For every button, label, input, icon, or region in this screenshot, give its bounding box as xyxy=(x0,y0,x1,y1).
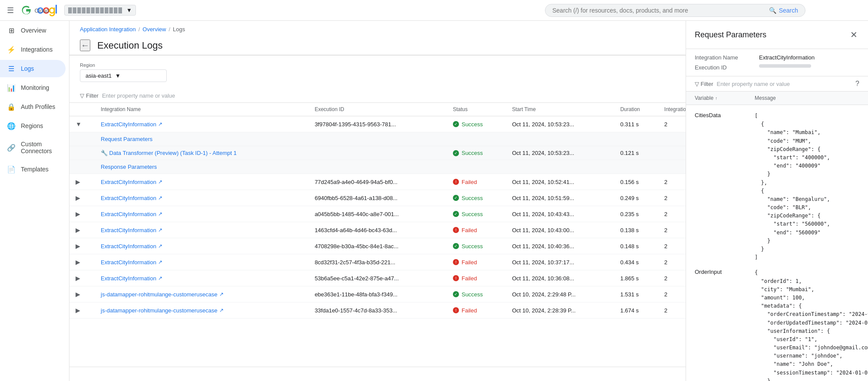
status-badge: !Failed xyxy=(453,307,502,314)
expand-row-button[interactable]: ▶ xyxy=(75,194,81,202)
right-panel-title: Request Parameters xyxy=(695,30,766,39)
search-button[interactable]: 🔍 Search xyxy=(769,7,798,14)
sidebar-item-auth-profiles[interactable]: 🔒 Auth Profiles xyxy=(0,98,66,115)
duration: 1.674 s xyxy=(620,307,639,314)
variable-message: [ { "name": "Mumbai", "code": "MUM", "zi… xyxy=(755,112,859,262)
sidebar-item-label: Logs xyxy=(21,65,34,72)
integration-name-link[interactable]: ExtractCityInformation ↗ xyxy=(101,211,304,217)
expand-row-button[interactable]: ▶ xyxy=(75,274,81,282)
expand-row-button[interactable]: ▶ xyxy=(75,258,81,266)
variable-message: { "orderId": 1, "city": "Mumbai", "amoun… xyxy=(755,269,868,381)
expand-row-button[interactable]: ▶ xyxy=(75,210,81,218)
search-icon: 🔍 xyxy=(769,7,776,14)
menu-icon[interactable]: ☰ xyxy=(5,4,16,17)
sidebar: ⊞ Overview ⚡ Integrations ☰ Logs 📊 Monit… xyxy=(0,21,69,381)
panel-filter-input[interactable] xyxy=(717,81,852,87)
integration-version: 2 xyxy=(664,211,667,217)
regions-icon: 🌐 xyxy=(7,122,16,130)
panel-content: CitiesData [ { "name": "Mumbai", "code":… xyxy=(686,105,868,381)
success-icon: ✓ xyxy=(453,150,459,156)
integration-version: 2 xyxy=(664,243,667,250)
failed-icon: ! xyxy=(453,275,459,281)
integration-name-link[interactable]: ExtractCityInformation ↗ xyxy=(101,243,304,250)
execution-id-bar xyxy=(759,64,811,68)
execution-id: 1463cfd4-a64b-4d46-bc43-63d... xyxy=(315,227,397,233)
back-button[interactable]: ← xyxy=(80,39,90,51)
success-icon: ✓ xyxy=(453,195,459,201)
sidebar-item-logs[interactable]: ☰ Logs xyxy=(0,60,66,77)
start-time: Oct 11, 2024, 10:37:17... xyxy=(512,259,574,266)
col-variable-header: Variable ↑ xyxy=(695,95,751,101)
sidebar-item-templates[interactable]: 📄 Templates xyxy=(0,161,66,178)
expand-row-button[interactable]: ▼ xyxy=(75,120,83,128)
search-input[interactable] xyxy=(552,7,766,14)
start-time: Oct 11, 2024, 10:43:43... xyxy=(512,211,574,217)
integration-name-link[interactable]: js-datamapper-rohitmulange-customeruseca… xyxy=(101,307,304,314)
link-icon: ↗ xyxy=(158,259,162,265)
start-time: Oct 10, 2024, 2:29:48 P... xyxy=(512,291,575,298)
integration-name-link[interactable]: ExtractCityInformation ↗ xyxy=(101,179,304,185)
integration-name-link[interactable]: ExtractCityInformation ↗ xyxy=(101,121,304,128)
link-icon: ↗ xyxy=(158,121,162,127)
execution-id: 53b6a5ee-c5a1-42e2-875e-a47... xyxy=(315,275,399,282)
execution-id: 6940fbb5-6528-4a61-a138-d08... xyxy=(315,195,398,201)
integration-name-label: Integration Name xyxy=(695,54,756,61)
custom-connectors-icon: 🔗 xyxy=(7,143,16,152)
templates-icon: 📄 xyxy=(7,165,16,174)
integration-name-link[interactable]: ExtractCityInformation ↗ xyxy=(101,275,304,282)
expand-row-button[interactable]: ▶ xyxy=(75,306,81,315)
success-icon: ✓ xyxy=(453,121,459,127)
expand-row-button[interactable]: ▶ xyxy=(75,177,81,186)
help-icon[interactable]: ? xyxy=(855,80,859,88)
expand-row-button[interactable]: ▶ xyxy=(75,242,81,250)
integration-version: 2 xyxy=(664,275,667,282)
response-params-link[interactable]: Response Parameters xyxy=(101,164,157,170)
success-icon: ✓ xyxy=(453,291,459,297)
sidebar-item-integrations[interactable]: ⚡ Integrations xyxy=(0,41,66,58)
sub-start-time: Oct 11, 2024, 10:53:23... xyxy=(512,150,574,156)
sidebar-item-label: Overview xyxy=(21,27,46,34)
region-selector[interactable]: asia-east1 ▼ xyxy=(80,69,167,82)
integration-name-link[interactable]: js-datamapper-rohitmulange-customeruseca… xyxy=(101,291,304,298)
right-panel: Request Parameters ✕ Integration Name Ex… xyxy=(686,21,868,381)
duration: 0.249 s xyxy=(620,195,639,201)
expand-row-button[interactable]: ▶ xyxy=(75,226,81,234)
start-time: Oct 11, 2024, 10:51:59... xyxy=(512,195,574,201)
sidebar-item-custom-connectors[interactable]: 🔗 Custom Connectors xyxy=(0,136,66,159)
panel-row-order-input: OrderInput { "orderId": 1, "city": "Mumb… xyxy=(686,265,868,381)
sidebar-item-regions[interactable]: 🌐 Regions xyxy=(0,117,66,135)
breadcrumb-overview[interactable]: Overview xyxy=(142,26,166,33)
search-bar[interactable]: 🔍 Search xyxy=(545,4,805,17)
panel-metadata: Integration Name ExtractCityInformation … xyxy=(686,49,868,76)
sidebar-item-overview[interactable]: ⊞ Overview xyxy=(0,22,66,39)
sidebar-item-monitoring[interactable]: 📊 Monitoring xyxy=(0,79,66,96)
close-panel-button[interactable]: ✕ xyxy=(848,28,859,42)
link-icon: ↗ xyxy=(158,195,162,201)
region-dropdown-icon: ▼ xyxy=(115,72,121,79)
execution-id: 3f97804f-1395-4315-9563-781... xyxy=(315,121,396,128)
page-title: Execution Logs xyxy=(97,40,718,51)
integration-version: 2 xyxy=(664,259,667,266)
execution-id: a045b5bb-1485-440c-a8e7-001... xyxy=(315,211,399,217)
integration-name-link[interactable]: ExtractCityInformation ↗ xyxy=(101,259,304,266)
integration-name-link[interactable]: ExtractCityInformation ↗ xyxy=(101,227,304,233)
start-time: Oct 11, 2024, 10:52:41... xyxy=(512,179,574,185)
request-params-link[interactable]: Request Parameters xyxy=(101,136,152,142)
panel-row-cities-data: CitiesData [ { "name": "Mumbai", "code":… xyxy=(686,108,868,265)
col-status: Status xyxy=(448,103,507,116)
project-dropdown-icon: ▼ xyxy=(126,7,132,13)
link-icon: ↗ xyxy=(158,211,162,217)
panel-table-header: Variable ↑ Message xyxy=(686,92,868,105)
integration-name-link[interactable]: ExtractCityInformation ↗ xyxy=(101,195,304,201)
status-badge: !Failed xyxy=(453,275,502,282)
success-icon: ✓ xyxy=(453,211,459,217)
data-transformer-link[interactable]: 🔧 Data Transformer (Preview) (Task ID-1)… xyxy=(101,150,237,156)
expand-row-button[interactable]: ▶ xyxy=(75,290,81,299)
integration-version: 2 xyxy=(664,227,667,233)
breadcrumb-sep1: / xyxy=(139,26,140,33)
project-selector[interactable]: ████████████ ▼ xyxy=(64,5,136,16)
breadcrumb-app-integration[interactable]: Application Integration xyxy=(80,26,136,33)
breadcrumb-sep2: / xyxy=(168,26,170,33)
col-message-header: Message xyxy=(755,95,859,101)
start-time: Oct 11, 2024, 10:53:23... xyxy=(512,121,574,128)
